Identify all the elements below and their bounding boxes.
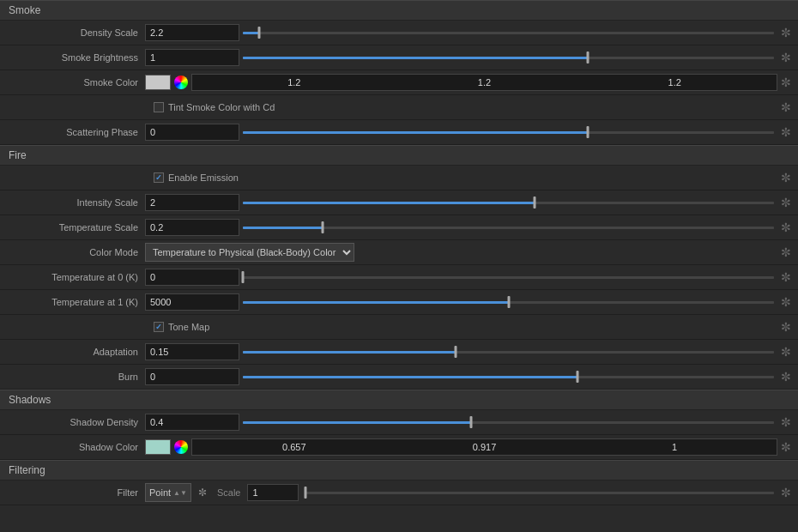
- scattering-phase-gear[interactable]: ✼: [777, 124, 795, 141]
- temperature-scale-gear[interactable]: ✼: [777, 219, 795, 236]
- smoke-color-gear[interactable]: ✼: [777, 74, 795, 91]
- smoke-color-r: 1.2: [199, 77, 390, 88]
- density-scale-input[interactable]: [145, 24, 239, 41]
- shadow-density-gear[interactable]: ✼: [777, 414, 795, 431]
- smoke-color-picker-icon[interactable]: [174, 76, 188, 89]
- burn-row: Burn ✼: [0, 365, 798, 390]
- smoke-brightness-input[interactable]: [145, 49, 239, 66]
- tint-smoke-gear[interactable]: ✼: [777, 99, 795, 116]
- intensity-scale-label: Intensity Scale: [3, 197, 145, 208]
- shadow-color-gear[interactable]: ✼: [777, 438, 795, 456]
- shadow-color-row: Shadow Color 0.657 0.917 1 ✼: [0, 435, 798, 460]
- temp-at-0-slider[interactable]: [243, 269, 774, 286]
- filter-scale-slider[interactable]: [305, 484, 774, 501]
- tint-smoke-row: Tint Smoke Color with Cd ✼: [0, 95, 798, 120]
- filter-row: Filter Point ▲▼ ✼ Scale ✼: [0, 481, 798, 505]
- color-mode-gear[interactable]: ✼: [777, 244, 795, 261]
- enable-emission-checkbox[interactable]: ✓: [154, 172, 164, 183]
- temperature-scale-label: Temperature Scale: [3, 222, 145, 233]
- shadow-color-values[interactable]: 0.657 0.917 1: [191, 438, 777, 456]
- scale-input[interactable]: [247, 484, 299, 501]
- smoke-color-row: Smoke Color 1.2 1.2 1.2 ✼: [0, 70, 798, 95]
- temperature-scale-row: Temperature Scale ✼: [0, 215, 798, 240]
- color-mode-select[interactable]: Temperature to Physical (Black-Body) Col…: [145, 243, 354, 262]
- filter-label: Filter: [3, 487, 145, 498]
- tint-smoke-checkbox[interactable]: [154, 102, 164, 112]
- burn-label: Burn: [3, 372, 145, 382]
- adaptation-gear[interactable]: ✼: [777, 343, 795, 360]
- burn-input[interactable]: [145, 368, 239, 385]
- adaptation-row: Adaptation ✼: [0, 340, 798, 365]
- enable-emission-label-area: ✓ Enable Emission: [154, 172, 239, 183]
- temp-at-0-label: Temperature at 0 (K): [3, 272, 145, 282]
- temperature-scale-input[interactable]: [145, 219, 239, 236]
- shadow-color-swatch[interactable]: [145, 439, 171, 455]
- temp-at-1-label: Temperature at 1 (K): [3, 297, 145, 307]
- intensity-scale-slider[interactable]: [243, 194, 774, 211]
- smoke-color-swatch[interactable]: [145, 75, 171, 90]
- shadows-label: Shadows: [9, 394, 51, 406]
- shadow-density-label: Shadow Density: [3, 417, 145, 427]
- smoke-color-label: Smoke Color: [3, 77, 145, 88]
- temp-at-1-slider[interactable]: [243, 293, 774, 311]
- scattering-phase-slider[interactable]: [243, 124, 774, 141]
- temp-at-0-row: Temperature at 0 (K) ✼: [0, 265, 798, 290]
- tone-map-gear[interactable]: ✼: [777, 318, 795, 336]
- smoke-color-values[interactable]: 1.2 1.2 1.2: [191, 74, 777, 91]
- tone-map-row: ✓ Tone Map ✼: [0, 315, 798, 340]
- shadow-color-picker-icon[interactable]: [174, 440, 188, 454]
- adaptation-input[interactable]: [145, 343, 239, 360]
- scattering-phase-input[interactable]: [145, 124, 239, 141]
- intensity-scale-input[interactable]: [145, 194, 239, 211]
- shadow-density-input[interactable]: [145, 414, 239, 431]
- tone-map-checkbox[interactable]: ✓: [154, 322, 164, 332]
- temperature-scale-slider[interactable]: [243, 219, 774, 236]
- filter-dropdown[interactable]: Point ▲▼: [145, 483, 191, 502]
- enable-emission-row: ✓ Enable Emission ✼: [0, 166, 798, 190]
- filter-gear-small[interactable]: ✼: [195, 485, 210, 500]
- tone-map-check: ✓: [155, 323, 162, 331]
- shadows-section-header: Shadows: [0, 390, 798, 410]
- filtering-gear[interactable]: ✼: [777, 484, 795, 501]
- filtering-label: Filtering: [9, 464, 45, 476]
- shadow-density-slider[interactable]: [243, 414, 774, 431]
- enable-emission-check: ✓: [155, 173, 162, 182]
- density-scale-gear[interactable]: ✼: [777, 24, 795, 41]
- burn-slider[interactable]: [243, 368, 774, 385]
- tint-smoke-label-area: Tint Smoke Color with Cd: [154, 102, 275, 112]
- adaptation-label: Adaptation: [3, 347, 145, 357]
- smoke-color-g: 1.2: [390, 77, 580, 88]
- shadow-color-label: Shadow Color: [3, 442, 145, 452]
- intensity-scale-gear[interactable]: ✼: [777, 194, 795, 211]
- scale-label: Scale: [217, 487, 241, 498]
- temp-at-1-input[interactable]: [145, 293, 239, 311]
- tone-map-label-area: ✓ Tone Map: [154, 322, 209, 332]
- fire-label: Fire: [9, 149, 27, 161]
- enable-emission-gear[interactable]: ✼: [777, 169, 795, 186]
- color-mode-row: Color Mode Temperature to Physical (Blac…: [0, 240, 798, 265]
- filter-value: Point: [149, 487, 171, 498]
- density-scale-label: Density Scale: [3, 27, 145, 38]
- smoke-brightness-slider[interactable]: [243, 49, 774, 66]
- smoke-brightness-row: Smoke Brightness ✼: [0, 45, 798, 70]
- smoke-brightness-gear[interactable]: ✼: [777, 49, 795, 66]
- shadow-density-row: Shadow Density ✼: [0, 410, 798, 435]
- shadow-color-b: 1: [579, 442, 770, 452]
- temp-at-1-gear[interactable]: ✼: [777, 293, 795, 311]
- temp-at-1-row: Temperature at 1 (K) ✼: [0, 290, 798, 315]
- adaptation-slider[interactable]: [243, 343, 774, 360]
- smoke-section-header: Smoke: [0, 0, 798, 21]
- tone-map-text: Tone Map: [168, 322, 209, 332]
- smoke-brightness-label: Smoke Brightness: [3, 52, 145, 63]
- temp-at-0-input[interactable]: [145, 269, 239, 286]
- temp-at-0-gear[interactable]: ✼: [777, 269, 795, 286]
- density-scale-row: Density Scale ✼: [0, 21, 798, 45]
- shadow-color-g: 0.917: [390, 442, 580, 452]
- main-panel: Smoke Density Scale ✼ Smoke Brightness ✼…: [0, 0, 798, 532]
- enable-emission-text: Enable Emission: [168, 172, 239, 183]
- smoke-label: Smoke: [9, 4, 40, 16]
- intensity-scale-row: Intensity Scale ✼: [0, 190, 798, 215]
- burn-gear[interactable]: ✼: [777, 368, 795, 385]
- scattering-phase-row: Scattering Phase ✼: [0, 120, 798, 145]
- density-scale-slider[interactable]: [243, 24, 774, 41]
